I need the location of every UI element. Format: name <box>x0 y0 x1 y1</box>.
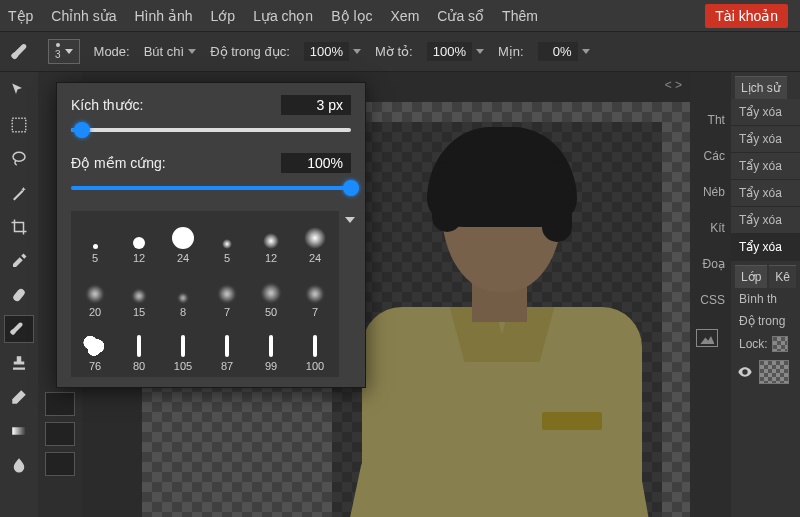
brush-preset-label: 5 <box>92 252 98 264</box>
mini-label[interactable]: Đoạ <box>690 246 731 282</box>
mini-label[interactable]: Néb <box>690 174 731 210</box>
brush-tool[interactable] <box>5 316 33 342</box>
brush-preset[interactable]: 99 <box>251 323 291 373</box>
menu-image[interactable]: Hình ảnh <box>135 8 193 24</box>
brush-preview-icon <box>222 239 232 249</box>
brush-preset[interactable]: 24 <box>163 215 203 265</box>
lasso-tool[interactable] <box>5 146 33 172</box>
menu-file[interactable]: Tệp <box>8 8 33 24</box>
brush-preview-icon <box>306 285 324 303</box>
brush-preview-icon <box>133 237 145 249</box>
gradient-tool[interactable] <box>5 418 33 444</box>
brush-preview-icon <box>261 283 281 303</box>
menu-more[interactable]: Thêm <box>502 8 538 24</box>
brush-tool-icon <box>10 40 34 64</box>
brush-size-dropdown-button[interactable]: 3 <box>48 39 80 64</box>
tab-layers[interactable]: Lớp <box>735 265 767 288</box>
brush-preview-icon <box>181 335 185 357</box>
mode-select[interactable]: Bút chì <box>144 44 196 59</box>
size-slider[interactable] <box>71 121 351 139</box>
mini-panel-3[interactable] <box>45 452 75 476</box>
chevron-down-icon <box>345 217 355 223</box>
brush-preview-icon <box>225 335 229 357</box>
brush-preset[interactable]: 7 <box>207 269 247 319</box>
menu-layer[interactable]: Lớp <box>211 8 236 24</box>
history-item[interactable]: Tẩy xóa <box>731 234 800 261</box>
wand-tool[interactable] <box>5 180 33 206</box>
move-tool[interactable] <box>5 78 33 104</box>
brush-preset-label: 8 <box>180 306 186 318</box>
brush-preset[interactable]: 5 <box>207 215 247 265</box>
menu-select[interactable]: Lựa chọn <box>253 8 313 24</box>
lock-transparency-icon[interactable] <box>772 336 788 352</box>
image-icon[interactable] <box>696 329 718 347</box>
eye-icon[interactable] <box>737 364 753 380</box>
hardness-slider[interactable] <box>71 179 351 197</box>
brush-preset[interactable]: 76 <box>75 323 115 373</box>
brush-settings-popup: Kích thước: 3 px Độ mềm cứng: 100% 51224… <box>56 82 366 388</box>
history-item[interactable]: Tẩy xóa <box>731 180 800 207</box>
crop-tool[interactable] <box>5 214 33 240</box>
mini-panel-2[interactable] <box>45 422 75 446</box>
brush-preset-label: 100 <box>306 360 324 372</box>
brush-preset[interactable]: 12 <box>119 215 159 265</box>
brush-preset[interactable]: 87 <box>207 323 247 373</box>
hardness-value-field[interactable]: 100% <box>281 153 351 173</box>
history-item[interactable]: Tẩy xóa <box>731 99 800 126</box>
stamp-tool[interactable] <box>5 350 33 376</box>
tab-channels[interactable]: Kê <box>769 265 796 288</box>
tab-nav-carets[interactable]: < > <box>665 78 682 92</box>
blend-mode-select[interactable]: Bình th <box>731 288 800 310</box>
brush-preset[interactable]: 105 <box>163 323 203 373</box>
blur-tool[interactable] <box>5 452 33 478</box>
brush-preview-icon <box>218 285 236 303</box>
mini-label[interactable]: Tht <box>690 102 731 138</box>
brush-preset[interactable]: 12 <box>251 215 291 265</box>
svg-rect-3 <box>12 427 26 435</box>
brush-preset[interactable]: 20 <box>75 269 115 319</box>
brush-preset[interactable]: 7 <box>295 269 335 319</box>
menu-account[interactable]: Tài khoản <box>705 4 788 28</box>
flow-field[interactable]: 100% <box>427 42 484 61</box>
mini-panel-1[interactable] <box>45 392 75 416</box>
brush-preset-label: 76 <box>89 360 101 372</box>
eraser-tool[interactable] <box>5 384 33 410</box>
chevron-down-icon <box>353 49 361 54</box>
opacity-field[interactable]: 100% <box>304 42 361 61</box>
menu-view[interactable]: Xem <box>391 8 420 24</box>
heal-tool[interactable] <box>5 282 33 308</box>
history-item[interactable]: Tẩy xóa <box>731 153 800 180</box>
mini-label[interactable]: Kít <box>690 210 731 246</box>
brush-preset[interactable]: 24 <box>295 215 335 265</box>
menu-edit[interactable]: Chỉnh sửa <box>51 8 116 24</box>
menu-window[interactable]: Cửa sổ <box>437 8 484 24</box>
history-item[interactable]: Tẩy xóa <box>731 126 800 153</box>
brush-preset-label: 24 <box>177 252 189 264</box>
eyedropper-tool[interactable] <box>5 248 33 274</box>
mini-label[interactable]: CSS <box>690 282 731 318</box>
brush-preset-label: 5 <box>224 252 230 264</box>
svg-rect-2 <box>12 287 26 302</box>
brush-preset[interactable]: 50 <box>251 269 291 319</box>
menu-filter[interactable]: Bộ lọc <box>331 8 372 24</box>
smooth-field[interactable]: 0% <box>538 42 590 61</box>
brush-preview-icon <box>83 333 107 357</box>
history-list: Tẩy xóaTẩy xóaTẩy xóaTẩy xóaTẩy xóaTẩy x… <box>731 99 800 261</box>
history-item[interactable]: Tẩy xóa <box>731 207 800 234</box>
presets-menu-button[interactable] <box>345 211 355 223</box>
brush-preset[interactable]: 5 <box>75 215 115 265</box>
brush-preview-icon <box>93 244 98 249</box>
tool-options-bar: 3 Mode: Bút chì Độ trong đục: 100% Mờ tỏ… <box>0 32 800 72</box>
marquee-tool[interactable] <box>5 112 33 138</box>
layer-row[interactable] <box>731 356 800 388</box>
brush-preset-label: 15 <box>133 306 145 318</box>
brush-preset[interactable]: 100 <box>295 323 335 373</box>
tab-history[interactable]: Lịch sử <box>735 76 787 99</box>
brush-preset[interactable]: 80 <box>119 323 159 373</box>
size-value-field[interactable]: 3 px <box>281 95 351 115</box>
layer-thumbnail[interactable] <box>759 360 789 384</box>
brush-preset[interactable]: 8 <box>163 269 203 319</box>
mini-label[interactable]: Các <box>690 138 731 174</box>
brush-preset-label: 12 <box>133 252 145 264</box>
brush-preset[interactable]: 15 <box>119 269 159 319</box>
